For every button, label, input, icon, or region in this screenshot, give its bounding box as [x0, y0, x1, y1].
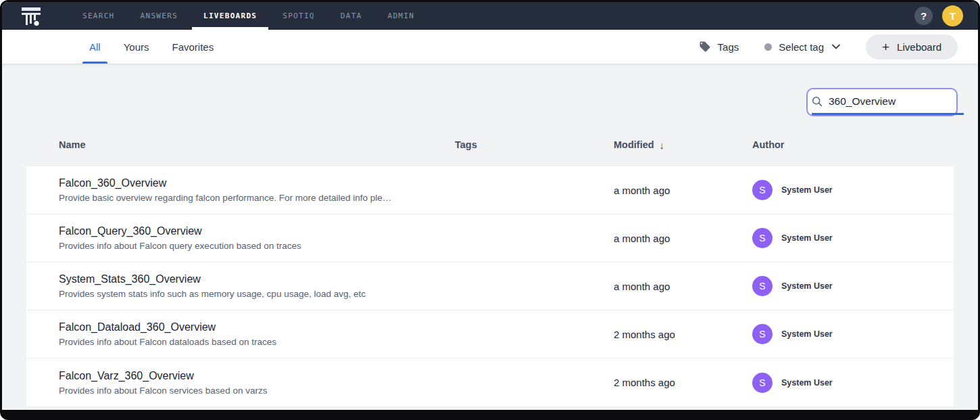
- name-cell: System_Stats_360_Overview Provides syste…: [59, 273, 455, 299]
- row-modified: 2 months ago: [614, 377, 752, 388]
- nav-item-admin[interactable]: ADMIN: [375, 2, 428, 30]
- top-nav: SEARCH ANSWERS LIVEBOARDS SPOTIQ DATA AD…: [2, 2, 978, 30]
- chevron-down-icon: [832, 44, 840, 49]
- row-author: S System User: [752, 276, 954, 296]
- nav-item-data[interactable]: DATA: [328, 2, 375, 30]
- author-avatar: S: [752, 180, 773, 200]
- liveboard-title[interactable]: Falcon_Query_360_Overview: [59, 225, 435, 237]
- name-cell: Falcon_Dataload_360_Overview Provides in…: [59, 321, 455, 347]
- table-row[interactable]: Falcon_Query_360_Overview Provides info …: [26, 214, 954, 262]
- column-header-tags[interactable]: Tags: [455, 139, 614, 150]
- author-name: System User: [781, 329, 833, 339]
- liveboard-description: Provides system stats info such as memor…: [59, 289, 435, 299]
- author-avatar: S: [752, 228, 773, 248]
- liveboard-description: Provide basic overview regarding falcon …: [59, 193, 435, 203]
- plus-icon: +: [882, 41, 889, 53]
- tab-yours[interactable]: Yours: [124, 30, 149, 64]
- row-modified: a month ago: [614, 233, 752, 244]
- tab-favorites[interactable]: Favorites: [172, 30, 214, 64]
- author-header-label: Author: [752, 139, 785, 150]
- liveboard-description: Provides info about Falcon query executi…: [59, 241, 435, 251]
- primary-nav-items: SEARCH ANSWERS LIVEBOARDS SPOTIQ DATA AD…: [70, 2, 427, 30]
- select-tag-label: Select tag: [779, 41, 824, 53]
- modified-header-label: Modified: [614, 139, 654, 150]
- name-cell: Falcon_Varz_360_Overview Provides info a…: [59, 370, 455, 396]
- help-button[interactable]: ?: [914, 7, 933, 25]
- row-modified: a month ago: [614, 281, 752, 292]
- column-header-name[interactable]: Name: [59, 139, 455, 150]
- new-liveboard-label: Liveboard: [897, 41, 941, 53]
- search-row: [2, 64, 978, 116]
- author-name: System User: [781, 233, 833, 243]
- table-row[interactable]: Falcon_Dataload_360_Overview Provides in…: [26, 310, 954, 358]
- user-avatar[interactable]: T: [942, 5, 963, 26]
- liveboard-title[interactable]: System_Stats_360_Overview: [59, 273, 435, 285]
- name-cell: Falcon_Query_360_Overview Provides info …: [59, 225, 455, 251]
- row-author: S System User: [752, 228, 954, 248]
- row-author: S System User: [752, 180, 954, 200]
- liveboard-description: Provides info about Falcon dataloads bas…: [59, 337, 435, 347]
- liveboards-toolbar: All Yours Favorites Tags Select tag: [2, 30, 978, 64]
- table-row[interactable]: Falcon_Varz_360_Overview Provides info a…: [26, 358, 954, 406]
- name-cell: Falcon_360_Overview Provide basic overvi…: [59, 177, 455, 203]
- author-name: System User: [781, 281, 833, 291]
- search-input[interactable]: [829, 95, 964, 108]
- author-avatar: S: [752, 373, 773, 393]
- liveboard-title[interactable]: Falcon_360_Overview: [59, 177, 435, 189]
- tag-color-dot: [764, 43, 772, 51]
- row-author: S System User: [752, 373, 954, 393]
- nav-item-answers[interactable]: ANSWERS: [128, 2, 191, 30]
- nav-item-liveboards[interactable]: LIVEBOARDS: [191, 2, 270, 30]
- select-tag-dropdown[interactable]: Select tag: [764, 41, 840, 53]
- app-window: SEARCH ANSWERS LIVEBOARDS SPOTIQ DATA AD…: [0, 0, 980, 420]
- thoughtspot-logo-icon[interactable]: [21, 5, 41, 27]
- tab-all[interactable]: All: [89, 30, 101, 64]
- tags-label: Tags: [718, 41, 739, 53]
- author-avatar: S: [752, 276, 773, 296]
- author-name: System User: [781, 378, 833, 388]
- table-header: Name Tags Modified ↓ Author: [26, 137, 954, 153]
- author-name: System User: [781, 185, 833, 195]
- column-header-author[interactable]: Author: [752, 139, 954, 150]
- nav-right-group: ? T: [914, 2, 978, 30]
- liveboard-title[interactable]: Falcon_Dataload_360_Overview: [59, 321, 435, 333]
- filter-tabs: All Yours Favorites: [78, 30, 225, 64]
- column-header-modified[interactable]: Modified ↓: [614, 139, 752, 151]
- liveboard-search-box: [806, 88, 958, 116]
- author-avatar: S: [752, 324, 773, 344]
- row-author: S System User: [752, 324, 954, 344]
- liveboards-content: Name Tags Modified ↓ Author Falcon_360_O…: [2, 64, 978, 410]
- row-modified: 2 months ago: [614, 329, 752, 340]
- name-header-label: Name: [59, 139, 86, 150]
- liveboard-list: Falcon_360_Overview Provide basic overvi…: [26, 166, 954, 406]
- tags-header-label: Tags: [455, 139, 477, 150]
- nav-item-search[interactable]: SEARCH: [70, 2, 128, 30]
- nav-item-spotiq[interactable]: SPOTIQ: [270, 2, 328, 30]
- toolbar-right-group: Tags Select tag + Liveboard: [699, 30, 958, 64]
- tags-filter[interactable]: Tags: [699, 41, 739, 53]
- search-inner: [812, 89, 964, 115]
- row-modified: a month ago: [614, 185, 752, 196]
- search-icon: [812, 96, 823, 107]
- liveboard-description: Provides info about Falcon services base…: [59, 386, 435, 396]
- table-row[interactable]: System_Stats_360_Overview Provides syste…: [26, 262, 954, 310]
- tag-icon: [699, 41, 711, 53]
- table-row[interactable]: Falcon_360_Overview Provide basic overvi…: [26, 166, 954, 214]
- new-liveboard-button[interactable]: + Liveboard: [866, 34, 958, 60]
- sort-descending-icon: ↓: [660, 139, 665, 151]
- liveboard-title[interactable]: Falcon_Varz_360_Overview: [59, 370, 435, 382]
